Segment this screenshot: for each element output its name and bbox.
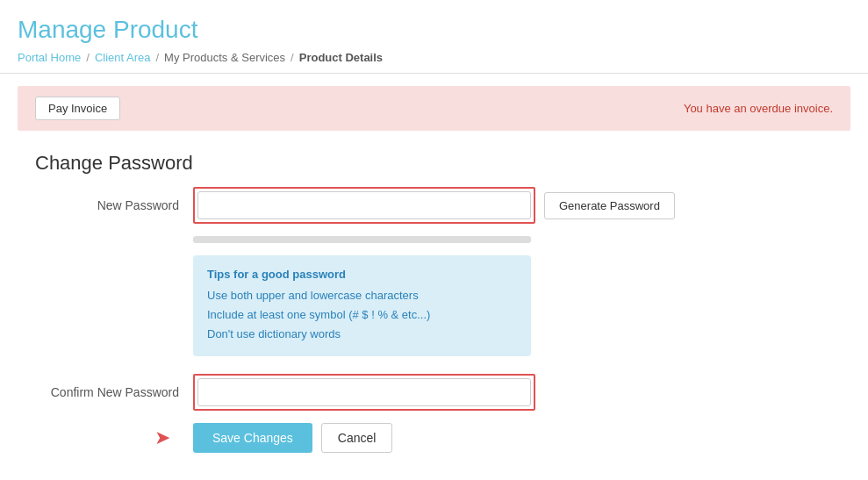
breadcrumb-client-area[interactable]: Client Area [95,51,151,64]
tips-box: Tips for a good password Use both upper … [193,255,531,356]
confirm-password-input[interactable] [197,378,531,406]
page-title: Manage Product [18,16,850,44]
cancel-button[interactable]: Cancel [321,423,393,453]
section-title: Change Password [18,143,850,187]
confirm-password-row: Confirm New Password [18,374,850,411]
tips-list: Use both upper and lowercase characters … [207,286,517,344]
form-container: Change Password New Password Generate Pa… [0,143,868,470]
password-strength-bar [193,236,531,243]
breadcrumb-sep-2: / [155,51,159,64]
alert-banner: Pay Invoice You have an overdue invoice. [18,86,850,131]
breadcrumb: Portal Home / Client Area / My Products … [18,51,850,64]
page-header: Manage Product Portal Home / Client Area… [0,0,868,74]
overdue-alert-text: You have an overdue invoice. [684,102,833,115]
action-row: ➤ Save Changes Cancel [193,423,850,453]
new-password-label: New Password [18,198,193,212]
confirm-password-outline [193,374,535,411]
arrow-indicator: ➤ [154,426,170,449]
tip-item-3: Don't use dictionary words [207,325,517,344]
new-password-row: New Password Generate Password [18,187,850,224]
breadcrumb-current: Product Details [299,51,383,64]
generate-password-button[interactable]: Generate Password [544,192,675,219]
new-password-input[interactable] [197,191,531,219]
tip-item-2: Include at least one symbol (# $ ! % & e… [207,305,517,325]
breadcrumb-sep-3: / [291,51,294,64]
new-password-outline [193,187,535,224]
breadcrumb-sep-1: / [86,51,90,64]
tip-item-1: Use both upper and lowercase characters [207,286,517,305]
tips-title: Tips for a good password [207,268,517,281]
pay-invoice-button[interactable]: Pay Invoice [35,97,120,120]
confirm-password-label: Confirm New Password [18,385,193,399]
save-changes-button[interactable]: Save Changes [193,423,312,453]
breadcrumb-portal-home[interactable]: Portal Home [18,51,81,64]
breadcrumb-products: My Products & Services [164,51,285,64]
